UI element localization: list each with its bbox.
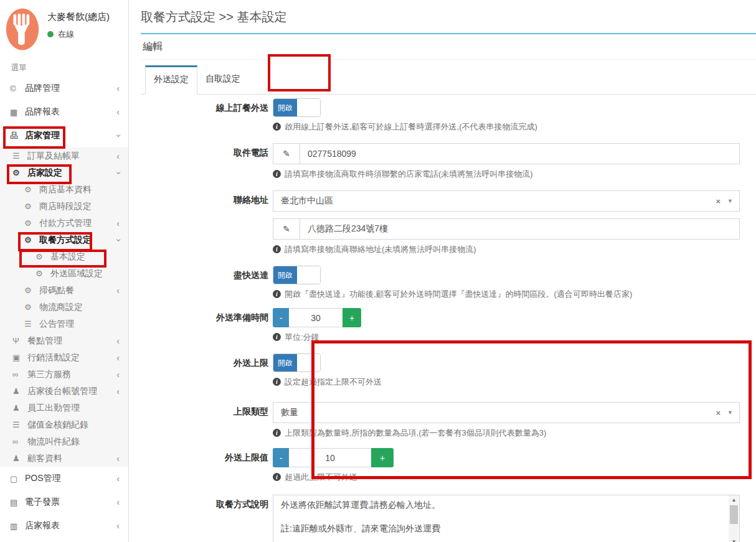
gift-icon: ▣ <box>12 353 27 362</box>
sidebar-item-menu-mgmt[interactable]: Ψ餐點管理‹ <box>0 332 128 349</box>
store-mgmt-submenu: ☰訂單及結帳單‹⚙店家設定‹⚙商店基本資料⚙商店時段設定⚙付款方式管理‹⚙取餐方… <box>0 147 128 467</box>
tab-delivery-settings[interactable]: 外送設定 <box>145 65 197 95</box>
scroll-down-icon[interactable]: ▼ <box>729 537 739 542</box>
form-row-limit-type: 上限類型 數量 × ▼ i 上限類型為數量時,所指的數量為品項,(若一套餐有3個… <box>141 402 756 438</box>
sidebar-item-logistics-call-records[interactable]: ∞物流叫件紀錄 <box>0 433 128 450</box>
sidebar-item-label: 餐點管理 <box>27 335 62 347</box>
sidebar-item-qr-ordering[interactable]: ⚙掃碼點餐‹ <box>0 282 128 299</box>
contact-address-input[interactable] <box>300 219 739 239</box>
helper-text: 啟用線上訂餐外送,顧客可於線上訂餐時選擇外送,(不代表串接物流完成) <box>285 122 537 132</box>
sidebar-item-staff-attendance[interactable]: ♟員工出勤管理 <box>0 399 128 416</box>
delivery-limit-toggle[interactable]: 開啟 <box>273 353 321 372</box>
sidebar-item-label: 店家報表 <box>25 520 60 531</box>
chevron-left-icon: ‹ <box>116 370 120 380</box>
sidebar-item-stored-value-records[interactable]: ☰儲值金核銷紀錄 <box>0 416 128 433</box>
sidebar-item-store-mgmt[interactable]: 品店家管理‹ <box>0 124 128 147</box>
sidebar-item-basic-setting[interactable]: ⚙基本設定 <box>0 248 128 265</box>
form-row-delivery-prep-time: 外送準備時間 - + i 單位:分鐘 <box>141 308 756 342</box>
sidebar-item-label: 基本設定 <box>50 251 85 263</box>
chevron-down-icon: ▼ <box>727 409 733 416</box>
helper-text: 設定超過指定上限不可外送 <box>285 377 382 387</box>
field-label: 盡快送達 <box>141 266 268 299</box>
helper-text: 上限類型為數量時,所指的數量為品項,(若一套餐有3個品項則代表數量為3) <box>285 428 546 438</box>
field-label: 取件電話 <box>141 143 268 179</box>
online-status-dot-icon <box>47 31 54 37</box>
clear-icon[interactable]: × <box>716 197 721 206</box>
tabs-bar: 外送設定 自取設定 <box>141 65 756 95</box>
sidebar-item-e-invoice[interactable]: ▤電子發票‹ <box>0 490 128 514</box>
users-icon: ♟ <box>12 454 27 463</box>
field-label: 外送上限 <box>141 353 268 387</box>
info-icon: i <box>273 123 281 131</box>
sidebar-item-marketing-settings[interactable]: ▣行銷活動設定‹ <box>0 349 128 366</box>
sidebar-item-orders-and-bills[interactable]: ☰訂單及結帳單‹ <box>0 147 128 164</box>
pickup-method-description-wrap: 外送將依距離試算運費,請務必輸入地址。 註:遠距離或外縣市、請來電洽詢外送運費 … <box>273 495 740 542</box>
sidebar-item-label: 付款方式管理 <box>39 218 92 229</box>
sidebar-item-brand-report[interactable]: ▦品牌報表‹ <box>0 100 128 124</box>
field-label: 取餐方式說明 <box>141 495 268 542</box>
sidebar-item-store-hours[interactable]: ⚙商店時段設定 <box>0 198 128 215</box>
contact-address-district-select[interactable]: 臺北市中山區 × ▼ <box>273 190 740 212</box>
asap-delivery-toggle[interactable]: 開啟 <box>273 266 321 284</box>
sidebar-item-label: 品牌管理 <box>25 83 60 94</box>
scrollbar[interactable]: ▲ ▼ <box>729 495 739 542</box>
sidebar-item-announcement-mgmt[interactable]: ☰公告管理 <box>0 315 128 332</box>
sidebar-item-delivery-area-settings[interactable]: ⚙外送區域設定 <box>0 265 128 282</box>
toggle-on-label: 開啟 <box>273 99 297 116</box>
delivery-prep-time-stepper: - + <box>273 308 740 327</box>
sidebar-item-pickup-method-settings[interactable]: ⚙取餐方式設定‹ <box>0 231 128 248</box>
info-icon: i <box>273 245 281 253</box>
delivery-prep-time-input[interactable] <box>289 308 343 327</box>
sidebar-item-brand-mgmt[interactable]: ©品牌管理‹ <box>0 77 128 100</box>
gear-icon: ⚙ <box>24 202 39 211</box>
form-row-pickup-phone: 取件電話 ✎ i 請填寫串接物流商取件時須聯繫的店家電話(未填將無法呼叫串接物流… <box>141 143 756 179</box>
form-row-asap-delivery: 盡快送達 開啟 i 開啟『盡快送達』功能後,顧客可於外送時間選擇『盡快送達』的時… <box>141 266 756 299</box>
form-row-online-order-delivery: 線上訂餐外送 開啟 i 啟用線上訂餐外送,顧客可於線上訂餐時選擇外送,(不代表串… <box>141 98 756 132</box>
form-row-delivery-limit: 外送上限 開啟 i 設定超過指定上限不可外送 <box>141 353 756 387</box>
pickup-method-description-textarea[interactable]: 外送將依距離試算運費,請務必輸入地址。 註:遠距離或外縣市、請來電洽詢外送運費 … <box>273 495 729 542</box>
chevron-left-icon: ‹ <box>116 151 120 161</box>
plus-button[interactable]: + <box>371 448 394 467</box>
sidebar-item-customer-data[interactable]: ♟顧客資料‹ <box>0 450 128 467</box>
sidebar-item-store-settings[interactable]: ⚙店家設定‹ <box>0 164 128 181</box>
clear-icon[interactable]: × <box>716 408 721 418</box>
plus-button[interactable]: + <box>343 308 361 327</box>
online-order-delivery-toggle[interactable]: 開啟 <box>273 98 321 117</box>
scroll-up-icon[interactable]: ▲ <box>729 495 739 505</box>
info-icon: i <box>273 290 281 298</box>
sidebar-item-label: 顧客資料 <box>27 453 62 464</box>
gears-icon: ⚙ <box>12 168 27 177</box>
online-status: 在線 <box>47 29 110 40</box>
restaurant-logo-icon <box>5 7 40 52</box>
sidebar-item-backend-accounts[interactable]: ♟店家後台帳號管理‹ <box>0 383 128 399</box>
sidebar-item-label: 公告管理 <box>39 319 74 330</box>
delivery-limit-value-input[interactable] <box>289 448 371 467</box>
minus-button[interactable]: - <box>273 308 289 327</box>
helper-text: 單位:分鐘 <box>285 332 319 342</box>
sidebar-item-payment-mgmt[interactable]: ⚙付款方式管理‹ <box>0 215 128 231</box>
chevron-left-icon: ‹ <box>116 286 120 296</box>
field-label: 外送上限值 <box>141 448 268 482</box>
sidebar-item-third-party-services[interactable]: ∞第三方服務‹ <box>0 366 128 383</box>
contact-address-input-group: ✎ <box>273 218 740 240</box>
sidebar-item-pos-mgmt[interactable]: ▢POS管理‹ <box>0 467 128 490</box>
delivery-limit-value-stepper: - + <box>273 448 740 467</box>
sidebar-item-store-basic-info[interactable]: ⚙商店基本資料 <box>0 181 128 198</box>
chevron-down-icon: ‹ <box>113 238 123 241</box>
toggle-knob <box>297 99 320 116</box>
sidebar: 大麥餐飲(總店) 在線 選單 ©品牌管理‹▦品牌報表‹品店家管理‹☰訂單及結帳單… <box>0 0 129 542</box>
tab-pickup-settings[interactable]: 自取設定 <box>197 65 248 94</box>
scrollbar-thumb[interactable] <box>730 505 738 524</box>
sidebar-item-store-report[interactable]: ▥店家報表‹ <box>0 514 128 538</box>
sidebar-item-label: 外送區域設定 <box>50 268 103 279</box>
chevron-left-icon: ‹ <box>116 386 120 396</box>
limit-type-select[interactable]: 數量 × ▼ <box>273 402 740 423</box>
pickup-phone-input[interactable] <box>300 144 739 164</box>
minus-button[interactable]: - <box>273 448 289 467</box>
info-icon: i <box>273 473 281 481</box>
sidebar-item-logistics-provider[interactable]: ⚙物流商設定 <box>0 299 128 315</box>
menu-section-label: 選單 <box>0 57 128 77</box>
pencil-icon: ✎ <box>273 219 300 239</box>
pencil-icon: ✎ <box>273 144 300 164</box>
chevron-down-icon: ‹ <box>113 134 123 138</box>
